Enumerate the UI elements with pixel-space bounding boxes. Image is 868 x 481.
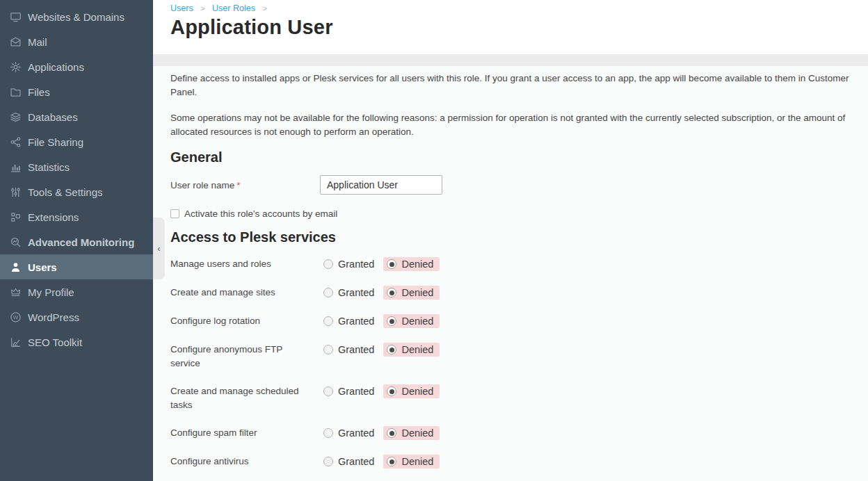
sidebar-item-databases[interactable]: Databases (0, 104, 153, 129)
denied-label: Denied (401, 456, 433, 467)
permission-label: Configure anonymous FTP service (170, 343, 310, 370)
denied-radio-option[interactable]: Denied (383, 384, 440, 398)
activate-by-email-label: Activate this role's accounts by email (184, 209, 337, 219)
granted-radio-option[interactable]: Granted (323, 455, 374, 467)
radio-unchecked-icon (323, 316, 333, 326)
denied-radio-option[interactable]: Denied (383, 257, 440, 271)
sidebar-item-label: File Sharing (28, 136, 83, 148)
denied-label: Denied (401, 259, 433, 270)
denied-label: Denied (401, 386, 433, 397)
granted-label: Granted (338, 316, 374, 327)
permissions-list: Manage users and roles Granted Denied Cr… (170, 257, 861, 469)
sidebar-item-label: Applications (28, 61, 84, 73)
radio-checked-icon (387, 428, 396, 438)
sidebar-item-label: My Profile (28, 286, 74, 298)
sidebar-item-label: Extensions (28, 211, 79, 223)
header-divider-band (153, 54, 868, 66)
general-section-heading: General (170, 149, 861, 165)
permission-row: Create and manage sites Granted Denied (170, 286, 861, 300)
permission-row: Create and manage scheduled tasks Grante… (170, 384, 861, 412)
permission-controls: Granted Denied (323, 314, 440, 329)
breadcrumb-link-users[interactable]: Users (170, 3, 193, 13)
seo-chart-icon (10, 336, 22, 348)
granted-radio-option[interactable]: Granted (323, 286, 374, 298)
radio-checked-icon (387, 316, 396, 326)
radio-unchecked-icon (323, 345, 333, 354)
permission-label: Create and manage sites (170, 286, 310, 300)
chevron-left-icon: ‹ (157, 243, 160, 254)
denied-label: Denied (401, 344, 433, 355)
breadcrumb-link-user-roles[interactable]: User Roles (212, 3, 255, 13)
sidebar-item-mail[interactable]: Mail (0, 29, 153, 54)
share-icon (10, 136, 22, 148)
sidebar-item-tools-settings[interactable]: Tools & Settings (0, 179, 153, 204)
plesk-app: Websites & Domains Mail Applications Fil… (0, 0, 868, 481)
sidebar-item-advanced-monitoring[interactable]: Advanced Monitoring (0, 229, 153, 254)
sliders-icon (10, 186, 22, 198)
radio-unchecked-icon (323, 288, 333, 297)
granted-label: Granted (338, 427, 374, 439)
sidebar-item-label: Statistics (28, 161, 70, 173)
monitor-icon (10, 11, 22, 23)
sidebar-item-file-sharing[interactable]: File Sharing (0, 129, 153, 154)
radio-unchecked-icon (323, 457, 333, 466)
folder-icon (10, 86, 22, 98)
activate-by-email-checkbox[interactable] (170, 209, 179, 218)
granted-label: Granted (338, 287, 374, 298)
sidebar-item-my-profile[interactable]: My Profile (0, 279, 153, 304)
radio-checked-icon (387, 288, 396, 297)
required-asterisk: * (236, 180, 240, 190)
denied-label: Denied (401, 316, 433, 327)
permission-label: Configure log rotation (170, 314, 310, 329)
denied-radio-option[interactable]: Denied (383, 286, 440, 300)
sidebar-item-users[interactable]: Users (0, 254, 153, 279)
sidebar-item-files[interactable]: Files (0, 79, 153, 104)
denied-radio-option[interactable]: Denied (383, 455, 440, 468)
sidebar-item-applications[interactable]: Applications (0, 54, 153, 79)
breadcrumb: Users > User Roles > (170, 0, 868, 13)
database-icon (10, 111, 22, 123)
permission-controls: Granted Denied (323, 343, 440, 357)
permission-row: Manage users and roles Granted Denied (170, 257, 861, 272)
denied-radio-option[interactable]: Denied (383, 343, 440, 357)
granted-radio-option[interactable]: Granted (323, 426, 374, 439)
radio-checked-icon (387, 386, 396, 396)
sidebar-item-extensions[interactable]: Extensions (0, 204, 153, 229)
sidebar-collapse-button[interactable]: ‹ (153, 218, 165, 279)
sidebar-item-label: Mail (28, 36, 47, 48)
permission-controls: Granted Denied (323, 455, 440, 469)
radio-checked-icon (387, 457, 396, 466)
sidebar-item-websites-domains[interactable]: Websites & Domains (0, 4, 153, 29)
granted-radio-option[interactable]: Granted (323, 343, 374, 355)
denied-radio-option[interactable]: Denied (383, 314, 440, 328)
denied-label: Denied (401, 427, 433, 439)
sidebar-item-seo-toolkit[interactable]: SEO Toolkit (0, 329, 153, 354)
plesk-services-section-heading: Access to Plesk services (170, 229, 861, 245)
denied-radio-option[interactable]: Denied (383, 426, 440, 440)
intro-paragraph-2: Some operations may not be available for… (170, 111, 861, 139)
crown-icon (10, 286, 22, 298)
label-text: User role name (170, 180, 234, 190)
extensions-icon (10, 211, 22, 223)
sidebar-item-label: Users (28, 261, 57, 273)
permission-row: Configure log rotation Granted Denied (170, 314, 861, 329)
sidebar-item-label: Websites & Domains (28, 11, 124, 23)
bar-chart-icon (10, 161, 22, 173)
granted-radio-option[interactable]: Granted (323, 384, 374, 397)
sidebar-item-wordpress[interactable]: W WordPress (0, 304, 153, 329)
sidebar-item-label: WordPress (28, 311, 79, 323)
granted-label: Granted (338, 386, 374, 397)
granted-radio-option[interactable]: Granted (323, 314, 374, 327)
granted-radio-option[interactable]: Granted (323, 257, 374, 270)
radio-unchecked-icon (323, 428, 333, 438)
sidebar-item-label: Files (28, 86, 50, 98)
user-role-name-input[interactable] (320, 175, 442, 195)
radio-checked-icon (387, 259, 396, 269)
activate-by-email-row: Activate this role's accounts by email (170, 209, 861, 219)
page-title: Application User (170, 16, 868, 39)
sidebar-item-statistics[interactable]: Statistics (0, 154, 153, 179)
page-content: Define access to installed apps or Plesk… (153, 66, 868, 481)
breadcrumb-separator: > (200, 4, 204, 13)
main-area: Users > User Roles > Application User De… (153, 0, 868, 481)
granted-label: Granted (338, 344, 374, 355)
